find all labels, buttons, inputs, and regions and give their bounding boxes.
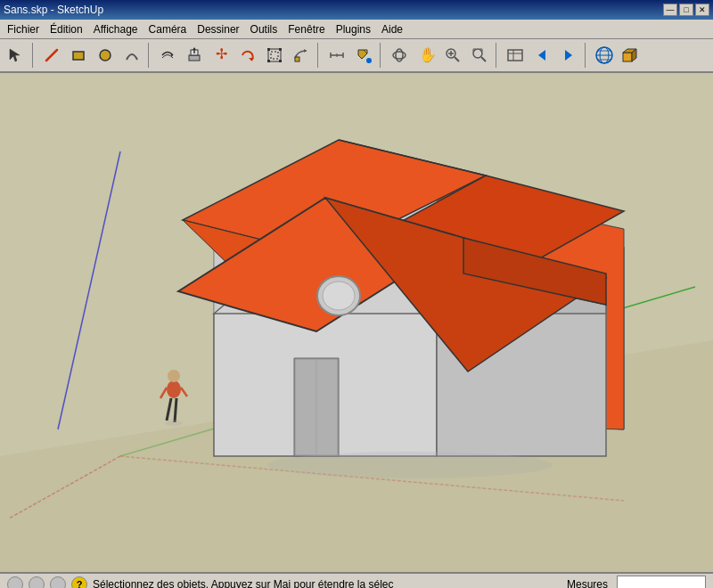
status-text: Sélectionnez des objets. Appuyez sur Maj… <box>93 578 561 588</box>
rotate-tool-button[interactable] <box>235 43 260 68</box>
svg-rect-13 <box>267 48 270 51</box>
svg-point-23 <box>366 58 372 63</box>
zoom-extents-button[interactable] <box>467 43 492 68</box>
pushpull-tool-button[interactable] <box>182 43 207 68</box>
toolbar: ✢ <box>0 39 713 73</box>
svg-point-77 <box>323 282 355 310</box>
paint-tool-button[interactable] <box>351 43 376 68</box>
orbit-tool-button[interactable] <box>387 43 412 68</box>
svg-line-1 <box>46 50 57 61</box>
svg-marker-41 <box>565 50 572 61</box>
svg-rect-12 <box>268 49 281 61</box>
svg-text:✢: ✢ <box>216 46 227 61</box>
svg-point-31 <box>473 49 482 58</box>
svg-rect-47 <box>623 53 632 61</box>
svg-point-3 <box>100 50 111 61</box>
mesures-label: Mesures <box>567 578 611 588</box>
minimize-button[interactable]: — <box>663 4 677 16</box>
status-icon-1[interactable] <box>7 576 23 588</box>
svg-point-79 <box>168 370 180 382</box>
svg-marker-8 <box>193 47 196 50</box>
svg-point-25 <box>396 49 403 61</box>
move-tool-button[interactable]: ✢ <box>209 43 234 68</box>
svg-marker-40 <box>538 50 545 61</box>
toolbar-separator-5 <box>496 43 499 68</box>
svg-rect-11 <box>271 52 278 59</box>
status-icon-2[interactable] <box>29 576 45 588</box>
rectangle-tool-button[interactable] <box>66 43 91 68</box>
scene-canvas <box>0 73 713 572</box>
pencil-tool-button[interactable] <box>39 43 64 68</box>
mesures-field[interactable] <box>617 576 706 588</box>
svg-line-28 <box>455 57 459 61</box>
svg-rect-15 <box>267 60 270 62</box>
svg-marker-17 <box>304 49 307 53</box>
circle-tool-button[interactable] <box>93 43 118 68</box>
status-icon-3[interactable] <box>50 576 66 588</box>
next-view-button[interactable] <box>556 43 581 68</box>
menu-fenetre[interactable]: Fenêtre <box>283 21 330 37</box>
toolbar-separator-1 <box>32 43 36 68</box>
svg-rect-5 <box>189 55 200 61</box>
svg-point-84 <box>165 421 183 426</box>
model3d-button[interactable] <box>592 43 617 68</box>
svg-rect-16 <box>279 60 282 62</box>
scale-tool-button[interactable] <box>262 43 287 68</box>
menu-aide[interactable]: Aide <box>376 21 408 37</box>
svg-point-85 <box>267 452 553 478</box>
view1-button[interactable] <box>503 43 528 68</box>
window-controls: — □ ✕ <box>663 4 709 16</box>
svg-line-32 <box>481 57 486 61</box>
menu-camera[interactable]: Caméra <box>143 21 193 37</box>
svg-point-78 <box>167 380 181 398</box>
menu-outils[interactable]: Outils <box>245 21 283 37</box>
svg-point-24 <box>393 52 406 59</box>
offset-tool-button[interactable] <box>155 43 180 68</box>
svg-text:✋: ✋ <box>419 46 435 63</box>
tape-tool-button[interactable] <box>324 43 349 68</box>
maximize-button[interactable]: □ <box>679 4 693 16</box>
zoom-tool-button[interactable] <box>440 43 465 68</box>
svg-rect-18 <box>295 57 299 61</box>
svg-line-81 <box>175 398 176 422</box>
svg-marker-0 <box>10 49 20 61</box>
toolbar-separator-3 <box>317 43 321 68</box>
menu-dessiner[interactable]: Dessiner <box>192 21 244 37</box>
toolbar-separator-6 <box>585 43 588 68</box>
followme-tool-button[interactable] <box>289 43 314 68</box>
titlebar: Sans.skp - SketchUp — □ ✕ <box>0 0 713 20</box>
svg-rect-37 <box>508 50 522 61</box>
close-button[interactable]: ✕ <box>695 4 709 16</box>
select-tool-button[interactable] <box>4 43 29 68</box>
previous-view-button[interactable] <box>529 43 554 68</box>
arc-tool-button[interactable] <box>119 43 144 68</box>
statusbar: ? Sélectionnez des objets. Appuyez sur M… <box>0 572 713 588</box>
svg-rect-14 <box>279 48 282 51</box>
menu-affichage[interactable]: Affichage <box>88 21 143 37</box>
menubar: Fichier Édition Affichage Caméra Dessine… <box>0 20 713 39</box>
menu-fichier[interactable]: Fichier <box>2 21 45 37</box>
window-title: Sans.skp - SketchUp <box>4 4 103 16</box>
toolbar-separator-4 <box>380 43 383 68</box>
component-button[interactable] <box>619 43 643 68</box>
menu-plugins[interactable]: Plugins <box>331 21 376 37</box>
viewport[interactable] <box>0 73 713 572</box>
help-icon[interactable]: ? <box>71 576 87 588</box>
menu-edition[interactable]: Édition <box>45 21 88 37</box>
pan-tool-button[interactable]: ✋ <box>414 43 438 68</box>
toolbar-separator-2 <box>148 43 152 68</box>
svg-rect-2 <box>73 52 84 60</box>
